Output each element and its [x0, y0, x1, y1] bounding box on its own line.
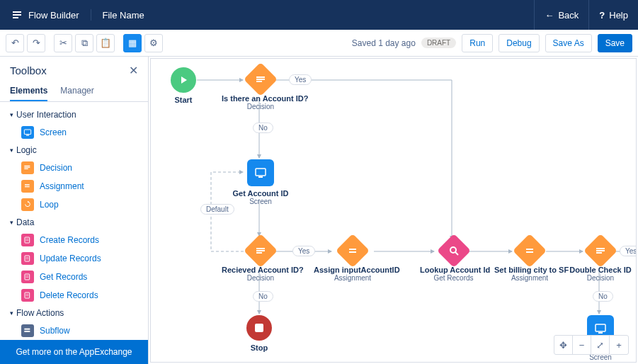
- svg-rect-15: [598, 332, 603, 334]
- record-icon: [21, 252, 34, 265]
- edge-label-default: Default: [200, 204, 234, 215]
- palette-item-label: Loop: [40, 200, 59, 210]
- undo-button[interactable]: ↶: [6, 34, 24, 52]
- svg-rect-5: [25, 237, 30, 243]
- back-button[interactable]: ← Back: [534, 0, 588, 30]
- record-icon: [21, 289, 34, 302]
- palette-item-get-records[interactable]: Get Records: [0, 268, 148, 286]
- node-is-account-id[interactable]: Is there an Account ID? Decision: [222, 64, 300, 110]
- help-icon: ?: [599, 10, 605, 21]
- edge-label-no: No: [253, 291, 273, 302]
- record-icon: [21, 271, 34, 283]
- settings-button[interactable]: ⚙: [144, 34, 163, 52]
- svg-rect-1: [13, 14, 21, 16]
- node-double-check-id[interactable]: Double Check ID Decision: [569, 236, 632, 282]
- group-header[interactable]: ▾Data: [0, 214, 148, 231]
- svg-rect-8: [25, 292, 30, 298]
- help-button[interactable]: ? Help: [588, 0, 638, 30]
- chevron-down-icon: ▾: [10, 111, 13, 118]
- zoom-controls: ✥ − ⤢ +: [554, 335, 629, 355]
- flow-builder-icon: [11, 9, 23, 21]
- group-header[interactable]: ▾Flow Actions: [0, 305, 148, 322]
- palette-item-label: Update Records: [40, 254, 101, 263]
- node-stop[interactable]: Stop: [246, 315, 272, 352]
- palette-item-loop[interactable]: Loop: [0, 195, 148, 214]
- palette-item-create-records[interactable]: Create Records: [0, 231, 148, 249]
- screen-icon: [254, 166, 267, 179]
- stop-icon: [255, 324, 263, 332]
- palette-item-assignment[interactable]: Assignment: [0, 177, 148, 195]
- tab-elements[interactable]: Elements: [10, 81, 47, 101]
- palette-item-update-records[interactable]: Update Records: [0, 249, 148, 268]
- zoom-out-button[interactable]: −: [573, 336, 591, 354]
- palette-item-label: Create Records: [40, 235, 99, 245]
- assignment-icon: [347, 245, 358, 256]
- status-badge: DRAFT: [421, 38, 456, 48]
- back-arrow-icon: ←: [545, 10, 554, 21]
- save-button[interactable]: Save: [598, 34, 632, 52]
- assignment-icon: [21, 180, 34, 193]
- palette-item-label: Assignment: [40, 181, 84, 191]
- svg-rect-3: [24, 130, 30, 135]
- palette-item-delete-records[interactable]: Delete Records: [0, 286, 148, 305]
- search-icon: [448, 245, 460, 256]
- palette-item-label: Subflow: [40, 326, 70, 336]
- assignment-icon: [524, 245, 535, 256]
- app-title: Flow Builder: [0, 9, 91, 21]
- edge-label-no: No: [593, 291, 613, 302]
- palette-item-screen[interactable]: Screen: [0, 123, 148, 142]
- palette-item-decision[interactable]: Decision: [0, 159, 148, 177]
- decision-icon: [255, 74, 266, 85]
- debug-button[interactable]: Debug: [499, 34, 539, 52]
- svg-rect-4: [26, 135, 29, 135]
- zoom-in-button[interactable]: +: [610, 336, 628, 354]
- redo-button[interactable]: ↷: [27, 34, 45, 52]
- node-lookup-account-id[interactable]: Lookup Account Id Get Records: [420, 236, 487, 282]
- svg-rect-12: [258, 176, 263, 178]
- paste-button[interactable]: 📋: [96, 34, 115, 52]
- pan-button[interactable]: ✥: [554, 336, 573, 354]
- node-received-account-id[interactable]: Recieved Account ID? Decision: [222, 236, 300, 282]
- svg-rect-14: [596, 324, 605, 331]
- zoom-fit-button[interactable]: ⤢: [591, 336, 610, 354]
- toolbar: ↶ ↷ ✂ ⧉ 📋 ▦ ⚙ Saved 1 day ago DRAFT Run …: [0, 30, 638, 57]
- tab-manager[interactable]: Manager: [60, 81, 93, 101]
- node-assign-input-account-id[interactable]: Assign inputAccountID Assignment: [314, 236, 392, 282]
- decision-icon: [595, 245, 606, 256]
- palette-item-label: Get Records: [40, 272, 87, 282]
- svg-rect-10: [24, 331, 30, 332]
- node-set-billing-city[interactable]: Set billing city to SF Assignment: [494, 236, 565, 282]
- appexchange-button[interactable]: Get more on the AppExchange: [0, 340, 148, 364]
- palette-item-label: Delete Records: [40, 290, 98, 300]
- node-get-account-id[interactable]: Get Account ID Screen: [232, 159, 289, 205]
- cut-button[interactable]: ✂: [54, 34, 72, 52]
- edge-label-yes: Yes: [289, 74, 312, 85]
- layout-button[interactable]: ▦: [123, 34, 142, 52]
- svg-rect-2: [13, 17, 18, 18]
- toolbox-sidebar: Toolbox ✕ Elements Manager ▾User Interac…: [0, 57, 149, 364]
- edge-label-no: No: [253, 123, 273, 133]
- chevron-down-icon: ▾: [10, 219, 13, 226]
- run-button[interactable]: Run: [462, 34, 493, 52]
- svg-point-13: [450, 247, 456, 253]
- palette-item-label: Screen: [40, 127, 67, 137]
- group-header[interactable]: ▾Logic: [0, 142, 148, 159]
- svg-rect-6: [25, 256, 30, 261]
- loop-icon: [21, 198, 34, 211]
- svg-rect-0: [13, 11, 21, 13]
- decision-icon: [255, 245, 266, 256]
- file-name[interactable]: File Name: [91, 10, 156, 21]
- edge-label-yes: Yes: [292, 246, 315, 256]
- toolbox-title: Toolbox: [10, 64, 47, 76]
- palette-item-subflow[interactable]: Subflow: [0, 322, 148, 340]
- flow-canvas[interactable]: Start Is there an Account ID? Decision G…: [150, 58, 637, 363]
- screen-icon: [594, 322, 607, 335]
- node-start[interactable]: Start: [171, 67, 196, 104]
- save-as-button[interactable]: Save As: [545, 34, 592, 52]
- close-icon[interactable]: ✕: [129, 64, 138, 77]
- group-header[interactable]: ▾User Interaction: [0, 106, 148, 123]
- chevron-down-icon: ▾: [10, 309, 13, 317]
- save-status: Saved 1 day ago: [352, 38, 416, 48]
- copy-button[interactable]: ⧉: [75, 34, 93, 52]
- palette-item-label: Decision: [40, 163, 72, 173]
